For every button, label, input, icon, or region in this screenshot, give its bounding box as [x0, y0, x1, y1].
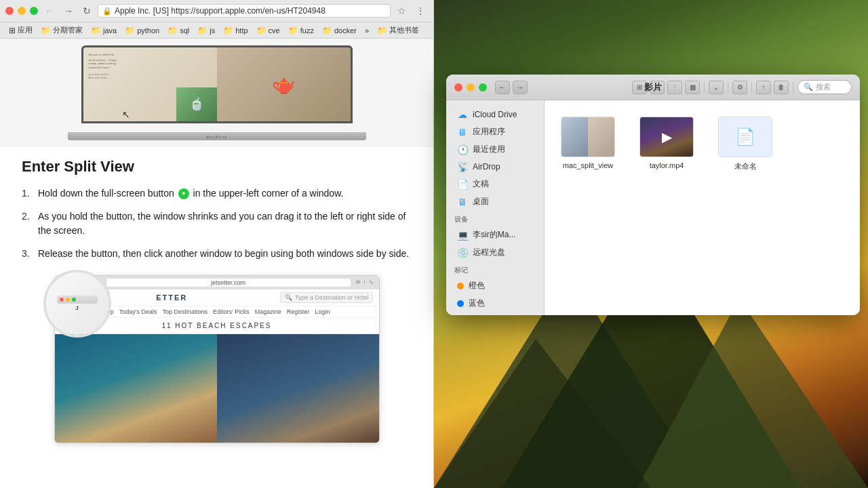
sidebar-item-airdrop[interactable]: 📡 AirDrop [449, 159, 541, 175]
sidebar-item-label: 桌面 [473, 196, 489, 207]
bookmark-overflow[interactable]: » [361, 26, 372, 35]
thumb-right-half [588, 117, 614, 157]
sidebar-item-icloud-drive[interactable]: ☁ iCloud Drive [449, 106, 541, 123]
step-item-1: 1. Hold down the full-screen button ● in… [22, 186, 412, 201]
bookmark-label: 分期管家 [53, 25, 83, 35]
bookmark-http[interactable]: 📁 http [220, 25, 251, 36]
video-play-icon: ▶ [662, 129, 672, 145]
folder-icon: 📁 [288, 26, 298, 35]
finder-titlebar: ← → 影片 ⊞ ☰ ⋮ ▦ ⌄ ⚙ ↑ 🗑 🔍 搜索 [446, 75, 860, 100]
finder-column-view-btn[interactable]: ⋮ [667, 81, 682, 94]
bookmark-label: sql [180, 26, 189, 35]
finder-window-controls [454, 83, 487, 92]
bookmark-java[interactable]: 📁 java [87, 25, 120, 36]
browser-chrome: ← → ↻ 🔒 Apple Inc. [US] https://support.… [0, 0, 433, 39]
search-magnifier-icon: 🔍 [804, 83, 813, 92]
sidebar-item-desktop[interactable]: 🖥 桌面 [449, 193, 541, 210]
lock-icon: 🔒 [102, 7, 112, 16]
jetset-logo: ETTER [156, 293, 187, 302]
finder-delete-button[interactable]: 🗑 [774, 81, 789, 94]
document-icon: 📄 [735, 127, 755, 146]
bookmark-sql[interactable]: 📁 sql [164, 25, 193, 36]
jetset-link-deals: Today's Deals [119, 308, 157, 315]
bookmark-label: cve [269, 26, 280, 35]
documents-icon: 📄 [457, 179, 468, 190]
desktop-icon: 🖥 [457, 197, 468, 207]
minimize-button[interactable] [18, 7, 26, 15]
folder-icon: 📁 [167, 26, 178, 35]
finder-minimize-button[interactable] [467, 83, 475, 92]
file-name-mac-split: mac_split_view [563, 161, 614, 169]
bookmark-python[interactable]: 📁 python [121, 25, 163, 36]
overflow-label: » [365, 26, 369, 35]
macbook-illustration-container: the axis on which the world revolves – s… [0, 39, 433, 147]
jetset-link-register: Register [287, 308, 310, 315]
mini-url-bar: jetsetter.com [106, 279, 351, 287]
section-title: Enter Split View [22, 158, 412, 176]
apps-bookmark[interactable]: ⊞ 应用 [5, 24, 36, 36]
finder-share-button[interactable]: ↑ [756, 81, 771, 94]
folder-icon: 📁 [377, 26, 387, 35]
folder-icon: 📁 [223, 26, 233, 35]
sidebar-item-mac[interactable]: 💻 李sir的Ma... [449, 226, 541, 243]
teapot-icon: 🫖 [272, 73, 296, 96]
file-thumbnail-mac-split [561, 117, 615, 157]
sidebar-item-documents[interactable]: 📄 文稿 [449, 176, 541, 192]
jetset-search-bar[interactable]: 🔍 Type a Destination or Hotel [280, 292, 374, 303]
sidebar-item-remote-disc[interactable]: 💿 远程光盘 [449, 244, 541, 261]
finder-nav-buttons: ← → [495, 81, 528, 94]
bookmark-label: docker [334, 26, 357, 35]
recents-icon: 🕐 [457, 144, 468, 155]
toolbar-divider [751, 82, 752, 93]
address-bar[interactable]: 🔒 Apple Inc. [US] https://support.apple.… [98, 4, 391, 18]
tag-label: 蓝色 [469, 298, 485, 309]
file-mac-split-view[interactable]: mac_split_view [555, 111, 620, 177]
back-button[interactable]: ← [42, 4, 57, 18]
refresh-button[interactable]: ↻ [80, 4, 94, 18]
bookmark-star-button[interactable]: ☆ [395, 4, 409, 18]
file-unnamed[interactable]: 📄 未命名 [713, 111, 778, 177]
bookmark-other[interactable]: 📁 其他书签 [374, 24, 422, 36]
bookmark-cve[interactable]: 📁 cve [253, 25, 283, 36]
folder-icon: 📁 [125, 26, 135, 35]
more-options-button[interactable]: ⋮ [413, 4, 428, 18]
bookmark-fenjiguanjia[interactable]: 📁 分期管家 [37, 24, 86, 36]
bookmark-fuzz[interactable]: 📁 fuzz [285, 25, 317, 36]
step-text-1: Hold down the full-screen button ● in th… [38, 186, 343, 201]
apps-icon: ⊞ [9, 26, 16, 35]
file-name-taylor: taylor.mp4 [650, 161, 684, 169]
finder-close-button[interactable] [454, 83, 462, 92]
sidebar-item-recents[interactable]: 🕐 最近使用 [449, 141, 541, 158]
finder-gallery-view-btn[interactable]: ▦ [685, 81, 700, 94]
finder-search-field[interactable]: 🔍 搜索 [797, 80, 852, 94]
devices-section-label: 设备 [446, 211, 544, 226]
macbook-illustration: the axis on which the world revolves – s… [54, 45, 380, 140]
bookmark-docker[interactable]: 📁 docker [319, 25, 360, 36]
file-taylor-mp4[interactable]: ▶ taylor.mp4 [634, 111, 699, 177]
macbook-base: MacBook [68, 132, 366, 140]
finder-action-button[interactable]: ⚙ [732, 81, 747, 94]
tag-label: 橙色 [469, 280, 485, 291]
close-button[interactable] [5, 7, 14, 15]
toolbar-divider [728, 82, 728, 93]
maximize-button[interactable] [30, 7, 38, 15]
article-content: Enter Split View 1. Hold down the full-s… [0, 147, 433, 460]
sidebar-item-tag-blue[interactable]: 蓝色 [449, 295, 541, 312]
sidebar-item-applications[interactable]: 🖥 应用程序 [449, 123, 541, 140]
search-icon: 🔍 [285, 294, 292, 301]
step-text-2: As you hold the button, the window shrin… [38, 209, 412, 239]
sidebar-item-label: 文稿 [473, 178, 489, 190]
finder-toolbar-right: ⊞ ☰ ⋮ ▦ ⌄ ⚙ ↑ 🗑 🔍 搜索 [632, 80, 852, 94]
finder-back-button[interactable]: ← [495, 81, 510, 94]
steps-list: 1. Hold down the full-screen button ● in… [22, 186, 412, 262]
bookmark-js[interactable]: 📁 js [194, 25, 218, 36]
jetset-link-destinations: Top Destinations [163, 308, 208, 315]
forward-button[interactable]: → [61, 4, 76, 18]
bookmark-label: http [235, 26, 248, 35]
finder-dropdown-view-btn[interactable]: ⌄ [709, 81, 724, 94]
mac-icon: 💻 [457, 230, 468, 241]
sidebar-item-tag-orange[interactable]: 橙色 [449, 277, 541, 294]
finder-forward-button[interactable]: → [513, 81, 528, 94]
finder-maximize-button[interactable] [479, 83, 487, 92]
sidebar-item-tag-yellow[interactable]: 黄色 [449, 312, 541, 315]
